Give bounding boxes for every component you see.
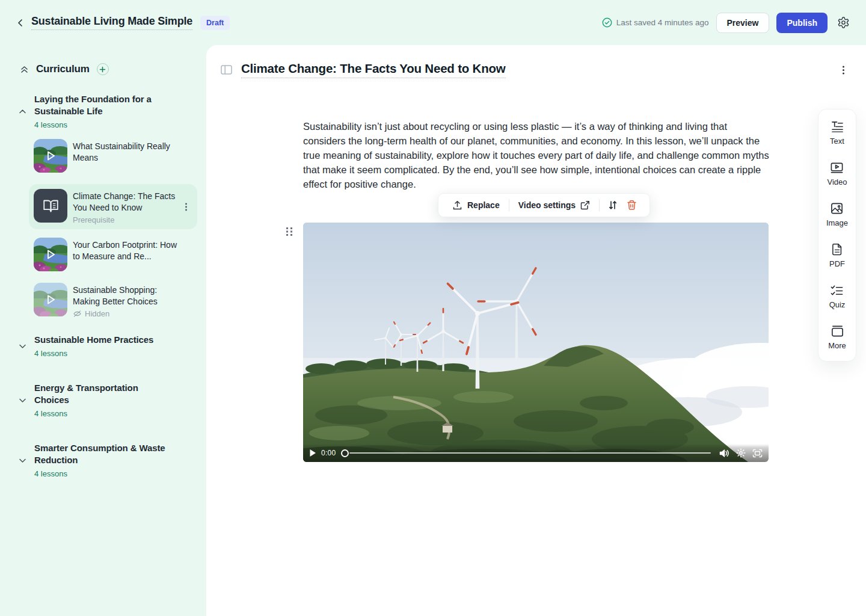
divider (509, 199, 509, 211)
lesson-editor: Climate Change: The Facts You Need to Kn… (206, 45, 866, 616)
image-icon (830, 202, 844, 215)
play-button[interactable] (309, 449, 316, 457)
lesson-page-title[interactable]: Climate Change: The Facts You Need to Kn… (241, 61, 506, 78)
video-settings-gear-button[interactable] (736, 448, 746, 458)
check-circle-icon (602, 17, 612, 28)
insert-image-button[interactable]: Image (826, 202, 848, 227)
settings-button[interactable] (835, 14, 852, 31)
insert-pdf-button[interactable]: PDF (829, 242, 845, 268)
section-header-home-practices[interactable]: Sustainable Home Practices 4 lessons (18, 334, 197, 358)
replace-button[interactable]: Replace (447, 193, 505, 217)
lesson-item-carbon-footprint[interactable]: Your Carbon Footprint: How to Measure an… (34, 238, 197, 271)
insert-quiz-button[interactable]: Quiz (829, 283, 846, 309)
upload-icon (452, 200, 462, 211)
section-title: Sustainable Home Practices (34, 334, 153, 346)
divider (599, 199, 600, 211)
lesson-thumbnail-video (34, 238, 67, 271)
reorder-block-button[interactable] (603, 193, 622, 217)
replace-label: Replace (467, 200, 500, 210)
volume-icon (719, 449, 729, 458)
section-header-consumption-waste[interactable]: Smarter Consumption & Waste Reduction 4 … (18, 442, 197, 478)
eye-off-icon (73, 310, 82, 318)
tool-label: Text (830, 137, 844, 146)
chevrons-up-icon (19, 64, 29, 75)
lesson-item-climate-change[interactable]: Climate Change: The Facts You Need to Kn… (29, 184, 197, 229)
curriculum-section: Laying the Foundation for a Sustainable … (10, 93, 197, 318)
delete-block-button[interactable] (622, 193, 641, 217)
tool-label: More (828, 341, 846, 350)
video-settings-button[interactable]: Video settings (513, 193, 595, 217)
course-editor-page: Sustainable Living Made Simple Draft Las… (0, 0, 866, 616)
section-lesson-count: 4 lessons (34, 469, 173, 478)
plus-icon (99, 66, 106, 73)
panel-left-icon (221, 65, 232, 75)
quiz-checklist-icon (830, 283, 844, 297)
volume-button[interactable] (719, 449, 729, 458)
book-open-icon (43, 198, 59, 214)
pdf-document-icon (831, 242, 844, 256)
save-status-text: Last saved 4 minutes ago (616, 18, 709, 27)
tool-label: PDF (829, 259, 845, 268)
curriculum-section: Sustainable Home Practices 4 lessons (10, 334, 197, 358)
back-button[interactable] (12, 14, 29, 31)
lesson-title: Sustainable Shopping: Making Better Choi… (73, 285, 183, 307)
lesson-menu-button[interactable] (182, 202, 190, 211)
insert-video-button[interactable]: Video (827, 161, 847, 186)
more-archive-icon (831, 324, 844, 338)
collapse-all-button[interactable] (18, 63, 30, 75)
progress-scrubber[interactable] (341, 449, 349, 457)
curriculum-section: Energy & Transportation Choices 4 lesson… (10, 382, 197, 418)
lesson-item-sustainable-shopping[interactable]: Sustainable Shopping: Making Better Choi… (34, 283, 197, 318)
swap-vertical-icon (607, 200, 618, 211)
lesson-title: What Sustainability Really Means (73, 141, 183, 163)
play-icon (44, 149, 57, 162)
lesson-text-block[interactable]: Sustainability isn’t just about recyclin… (303, 119, 771, 191)
section-title: Laying the Foundation for a Sustainable … (34, 93, 173, 117)
gear-icon (837, 16, 850, 29)
chevron-down-icon (18, 396, 27, 405)
play-icon (44, 248, 57, 261)
insert-text-button[interactable]: Text (830, 120, 844, 146)
save-status: Last saved 4 minutes ago (602, 17, 709, 28)
add-section-button[interactable] (97, 63, 109, 75)
progress-track (349, 452, 711, 454)
section-lesson-count: 4 lessons (34, 120, 173, 129)
section-lesson-count: 4 lessons (34, 349, 153, 358)
lesson-menu-button[interactable] (835, 61, 852, 78)
video-progress-bar[interactable] (341, 449, 713, 457)
curriculum-sidebar: Curriculum Laying the Foundation for a S… (0, 45, 206, 616)
video-settings-label: Video settings (518, 200, 576, 210)
tool-label: Quiz (829, 300, 846, 309)
course-title[interactable]: Sustainable Living Made Simple (31, 15, 192, 30)
chevron-up-icon (18, 107, 27, 116)
insert-more-button[interactable]: More (828, 324, 846, 350)
lesson-thumbnail-video (34, 139, 67, 173)
section-title: Energy & Transportation Choices (34, 382, 173, 406)
section-header-energy-transport[interactable]: Energy & Transportation Choices 4 lesson… (18, 382, 197, 418)
section-header-foundation[interactable]: Laying the Foundation for a Sustainable … (18, 93, 197, 129)
play-icon (44, 293, 57, 306)
fullscreen-button[interactable] (752, 449, 763, 458)
video-frame-wind-turbines (303, 223, 769, 462)
section-title: Smarter Consumption & Waste Reduction (34, 442, 173, 466)
grip-dots-icon (285, 226, 293, 237)
lesson-thumbnail-video (34, 283, 67, 316)
tool-label: Video (827, 177, 847, 186)
video-icon (830, 161, 844, 174)
video-block-toolbar: Replace Video settings (438, 193, 650, 217)
lesson-badge: Hidden (85, 309, 109, 318)
play-icon (309, 449, 316, 457)
external-link-icon (580, 200, 590, 210)
trash-icon (627, 200, 637, 211)
preview-button[interactable]: Preview (716, 13, 770, 33)
block-drag-handle[interactable] (285, 226, 293, 237)
sidebar-title: Curriculum (36, 63, 90, 75)
video-control-bar: 0:00 (303, 444, 769, 462)
top-bar: Sustainable Living Made Simple Draft Las… (0, 0, 866, 45)
lesson-badge: Prerequisite (73, 215, 183, 224)
lesson-item-what-sustainability[interactable]: What Sustainability Really Means (34, 139, 197, 173)
toggle-sidebar-button[interactable] (218, 61, 235, 78)
lesson-title: Climate Change: The Facts You Need to Kn… (73, 191, 183, 213)
video-player[interactable]: 0:00 (303, 223, 769, 462)
publish-button[interactable]: Publish (776, 13, 828, 33)
